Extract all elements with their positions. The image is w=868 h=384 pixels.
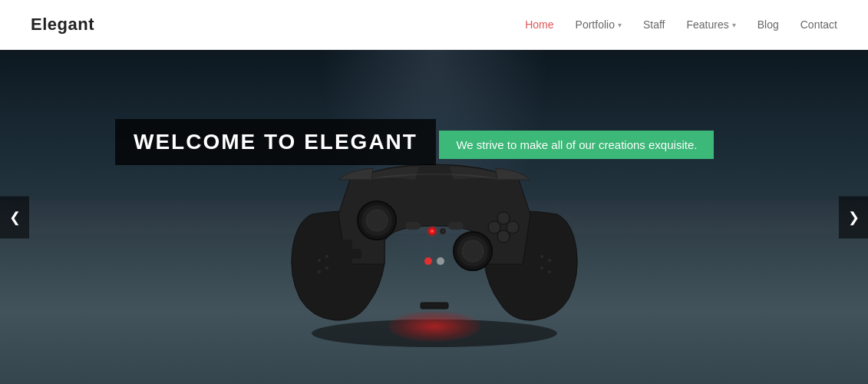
svg-point-13 — [497, 230, 510, 243]
svg-point-12 — [507, 221, 519, 233]
hero-subtitle-box: We strive to make all of our creations e… — [439, 131, 714, 159]
svg-point-14 — [488, 221, 500, 233]
svg-point-11 — [497, 212, 510, 224]
svg-point-20 — [427, 226, 437, 237]
svg-point-30 — [540, 266, 543, 270]
svg-rect-10 — [333, 249, 361, 259]
nav-staff[interactable]: Staff — [643, 18, 665, 31]
hero-title-box: WELCOME TO ELEGANT — [115, 119, 436, 165]
svg-point-24 — [325, 255, 328, 258]
svg-point-29 — [548, 270, 551, 273]
svg-point-28 — [540, 255, 543, 258]
svg-point-25 — [318, 270, 321, 273]
chevron-down-icon: ▾ — [732, 21, 736, 29]
hero-subtitle: We strive to make all of our creations e… — [456, 138, 697, 151]
svg-point-26 — [325, 266, 328, 270]
chevron-down-icon: ▾ — [618, 21, 622, 29]
red-glow — [388, 311, 480, 342]
next-slide-button[interactable]: ❯ — [839, 196, 868, 238]
header: Elegant Home Portfolio ▾ Staff Features … — [0, 0, 868, 50]
navigation: Home Portfolio ▾ Staff Features ▾ Blog C… — [525, 18, 837, 31]
nav-contact[interactable]: Contact — [800, 18, 837, 31]
hero-title: WELCOME TO ELEGANT — [134, 130, 417, 154]
nav-blog[interactable]: Blog — [757, 18, 779, 31]
svg-point-23 — [318, 259, 321, 262]
slider-dots — [424, 257, 444, 265]
nav-home[interactable]: Home — [525, 18, 553, 31]
hero-content: WELCOME TO ELEGANT We strive to make all… — [115, 119, 714, 174]
nav-portfolio[interactable]: Portfolio ▾ — [576, 18, 622, 31]
nav-features[interactable]: Features ▾ — [686, 18, 735, 31]
slide-dot-2[interactable] — [437, 257, 444, 265]
svg-rect-15 — [405, 222, 421, 230]
slide-dot-1[interactable] — [424, 257, 432, 265]
svg-point-3 — [365, 209, 388, 232]
hero-section: WELCOME TO ELEGANT We strive to make all… — [0, 50, 868, 384]
svg-point-27 — [548, 259, 551, 262]
prev-slide-button[interactable]: ❮ — [0, 196, 29, 238]
svg-point-7 — [461, 240, 484, 263]
logo[interactable]: Elegant — [31, 15, 94, 35]
svg-point-22 — [441, 230, 444, 233]
svg-rect-31 — [421, 303, 448, 309]
svg-rect-16 — [448, 222, 464, 230]
